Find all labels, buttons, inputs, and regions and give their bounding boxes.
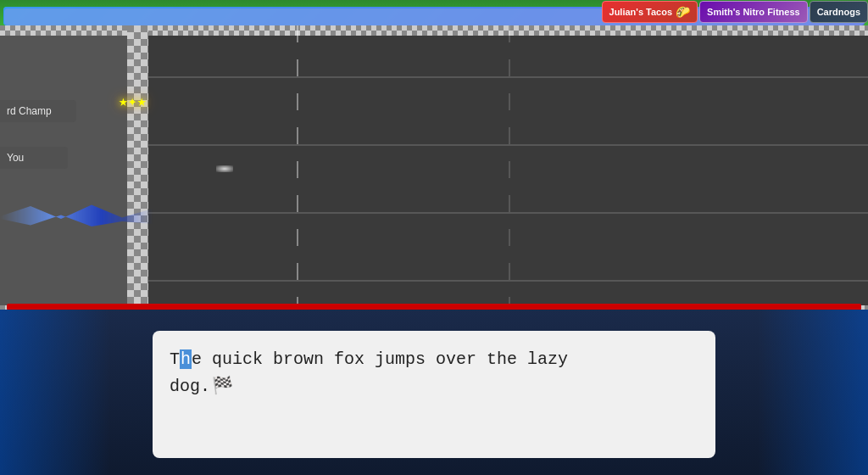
sponsor-cards-label: Cardnogs — [817, 7, 860, 17]
cursor-char: h — [180, 349, 192, 369]
typing-area[interactable]: The quick brown fox jumps over the lazy … — [153, 331, 715, 458]
road-dashes — [297, 25, 298, 314]
blue-stripe-left — [0, 310, 110, 475]
finish-flag: 🏁 — [212, 373, 233, 400]
taco-icon: 🌮 — [676, 5, 690, 19]
sponsor-bar: Julian's Tacos 🌮 Smith's Nitro Fitness C… — [600, 0, 868, 24]
sponsor-cards: Cardnogs — [810, 1, 868, 23]
left-barrier — [0, 25, 131, 314]
bottom-panel: The quick brown fox jumps over the lazy … — [0, 310, 868, 475]
sponsor-tacos: Julian's Tacos 🌮 — [602, 1, 698, 23]
checkered-left — [127, 25, 148, 314]
sponsor-nitro-label: Smith's Nitro Fitness — [707, 7, 800, 17]
remaining-text: e quick brown fox jumps over the lazy — [192, 349, 568, 369]
remaining-text-line2: dog. — [170, 377, 210, 396]
sponsor-tacos-label: Julian's Tacos — [609, 7, 673, 17]
player-label-rdchamp: rd Champ — [0, 100, 76, 122]
exhaust-smoke — [216, 165, 233, 172]
road-dashes-2 — [509, 25, 510, 314]
player-name-you: You — [7, 152, 24, 164]
player-name-rdchamp: rd Champ — [7, 105, 52, 117]
blue-stripe-right — [758, 310, 868, 475]
game-area: rd Champ You ★✦★ Julian's Tacos 🌮 Smith'… — [0, 0, 868, 314]
sponsor-nitro: Smith's Nitro Fitness — [699, 1, 808, 23]
neon-effects: ★✦★ — [119, 92, 147, 110]
player-label-you: You — [0, 147, 68, 169]
typed-text: T — [170, 349, 180, 369]
